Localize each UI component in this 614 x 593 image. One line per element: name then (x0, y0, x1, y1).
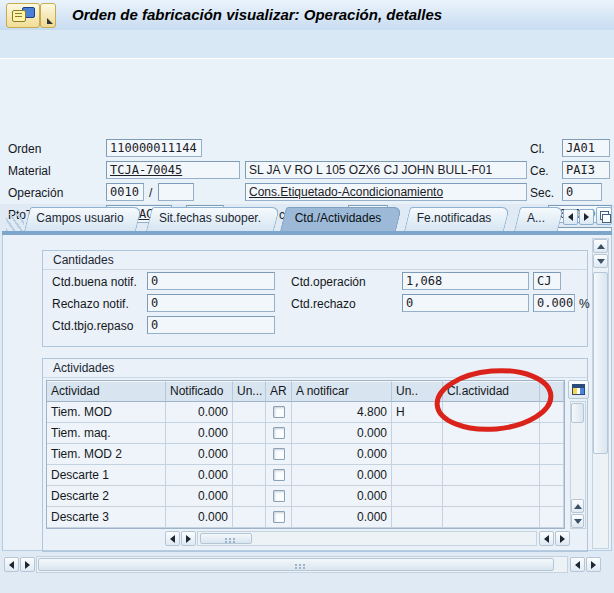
cell-un2 (392, 444, 443, 465)
tab-truncated[interactable]: A... (514, 207, 558, 231)
cell-ar (266, 423, 292, 444)
table-settings-button[interactable] (568, 380, 589, 399)
cell-filler (540, 486, 564, 507)
ar-checkbox[interactable] (273, 469, 285, 481)
ar-checkbox[interactable] (273, 448, 285, 460)
page-scroll-left-button[interactable] (4, 557, 19, 572)
panel-vscroll-thumb[interactable] (593, 272, 608, 454)
cell-a-notificar: 0.000 (292, 507, 392, 528)
ctd-buena-field[interactable]: 0 (147, 272, 275, 290)
cell-a-notificar: 0.000 (292, 423, 392, 444)
secuencia-field[interactable]: 0 (562, 183, 602, 201)
cell-un2: H (392, 402, 443, 423)
table-scroll-right-button[interactable] (181, 531, 196, 546)
cell-a-notificar: 0.000 (292, 486, 392, 507)
ctd-buena-label: Ctd.buena notif. (52, 275, 137, 289)
table-scroll-left-button[interactable] (165, 531, 180, 546)
cell-cl-actividad (443, 402, 540, 423)
panel-scroll-down-button[interactable] (593, 254, 608, 268)
table-scroll-left-button-2[interactable] (539, 531, 554, 546)
rechazo-pct-field[interactable]: 0.000 (533, 294, 575, 312)
table-scroll-up-button[interactable] (571, 499, 584, 513)
cell-un1 (233, 423, 266, 444)
cell-un2 (392, 423, 443, 444)
cell-ar (266, 465, 292, 486)
secuencia-label: Sec. (530, 186, 554, 200)
cell-notificado: 0.000 (166, 423, 233, 444)
clase-field[interactable]: JA01 (562, 139, 610, 157)
ar-checkbox[interactable] (273, 406, 285, 418)
tab-sit-fechas-suboper[interactable]: Sit.fechas suboper. (146, 207, 274, 231)
percent-sign: % (579, 297, 590, 311)
page-scroll-left-button-2[interactable] (570, 557, 585, 572)
arrow-right-icon (584, 213, 589, 221)
column-header-cl-actividad[interactable]: Cl.actividad (443, 381, 540, 402)
column-header-un2[interactable]: Un.. (392, 381, 443, 402)
grip-dots-icon (225, 538, 227, 540)
page-hscroll-thumb[interactable] (38, 558, 554, 571)
cell-notificado: 0.000 (166, 444, 233, 465)
centro-field[interactable]: PAI3 (562, 161, 610, 179)
cell-notificado: 0.000 (166, 402, 233, 423)
column-header-a-notificar[interactable]: A notificar (292, 381, 392, 402)
table-vscroll-thumb[interactable] (571, 403, 584, 423)
cell-ar (266, 402, 292, 423)
arrow-right-icon (186, 535, 191, 543)
column-header-actividad[interactable]: Actividad (47, 381, 166, 402)
cell-un2 (392, 486, 443, 507)
cell-filler (540, 507, 564, 528)
page-scroll-right-button-2[interactable] (586, 557, 601, 572)
suboperacion-field[interactable] (158, 183, 194, 201)
titlebar-dropdown-button[interactable] (40, 3, 56, 28)
ctd-rechazo-field[interactable]: 0 (402, 294, 529, 312)
tab-fe-notificadas[interactable]: Fe.notificadas (404, 207, 504, 231)
tab-scroll-right-button[interactable] (579, 209, 594, 225)
repaso-field[interactable]: 0 (147, 316, 275, 334)
cell-actividad: Tiem. MOD (47, 402, 166, 423)
cell-actividad: Tiem. maq. (47, 423, 166, 444)
table-hscroll-thumb[interactable] (200, 533, 252, 544)
ctd-operacion-unit-field[interactable]: CJ (533, 272, 561, 290)
orden-label: Orden (8, 142, 41, 156)
tab-scroll-left-button[interactable] (563, 209, 578, 225)
operacion-field[interactable]: 0010 (106, 183, 144, 201)
page-title: Orden de fabricación visualizar: Operaci… (72, 0, 442, 29)
slash-separator: / (149, 186, 152, 200)
ctd-operacion-field[interactable]: 1,068 (402, 272, 529, 290)
ar-checkbox[interactable] (273, 511, 285, 523)
page-scroll-right-button[interactable] (20, 557, 35, 572)
arrow-right-icon (591, 561, 596, 569)
cell-cl-actividad (443, 465, 540, 486)
material-description-field[interactable]: SL JA V RO L 105 OZX6 CJ JOHN BULL-F01 (245, 161, 527, 179)
column-header-notificado[interactable]: Notificado (166, 381, 233, 402)
cell-a-notificar: 0.000 (292, 465, 392, 486)
rechazo-notif-field[interactable]: 0 (147, 294, 275, 312)
ar-checkbox[interactable] (273, 427, 285, 439)
operacion-label: Operación (8, 186, 63, 200)
orden-field[interactable]: 110000011144 (106, 139, 202, 157)
dropdown-corner-icon (47, 18, 53, 24)
tabstrip-left-decoration (6, 214, 24, 231)
ar-checkbox[interactable] (273, 490, 285, 502)
table-scroll-down-button[interactable] (571, 514, 584, 528)
transaction-menu-icon[interactable] (6, 3, 40, 28)
arrow-left-icon (170, 535, 175, 543)
cell-ar (266, 507, 292, 528)
tab-list-button[interactable] (596, 207, 612, 225)
table-scroll-right-button-2[interactable] (555, 531, 570, 546)
tab-ctd-actividades[interactable]: Ctd./Actividades (280, 207, 396, 231)
actividades-title: Actividades (53, 361, 114, 375)
column-header-un1[interactable]: Un... (233, 381, 266, 402)
group-title-divider (43, 377, 587, 378)
actividades-table: Actividad Notificado Un... AR A notifica… (46, 380, 565, 529)
arrow-up-icon (597, 244, 605, 249)
operacion-description-field[interactable]: Cons.Etiquetado-Acondicionamiento (245, 183, 527, 201)
tab-campos-usuario[interactable]: Campos usuario (24, 207, 136, 231)
material-field[interactable]: TCJA-70045 (106, 161, 240, 179)
cell-ar (266, 486, 292, 507)
panel-scroll-up-button[interactable] (593, 239, 608, 253)
cell-un1 (233, 444, 266, 465)
cell-filler (540, 402, 564, 423)
column-header-ar[interactable]: AR (266, 381, 292, 402)
arrow-left-icon (568, 213, 573, 221)
